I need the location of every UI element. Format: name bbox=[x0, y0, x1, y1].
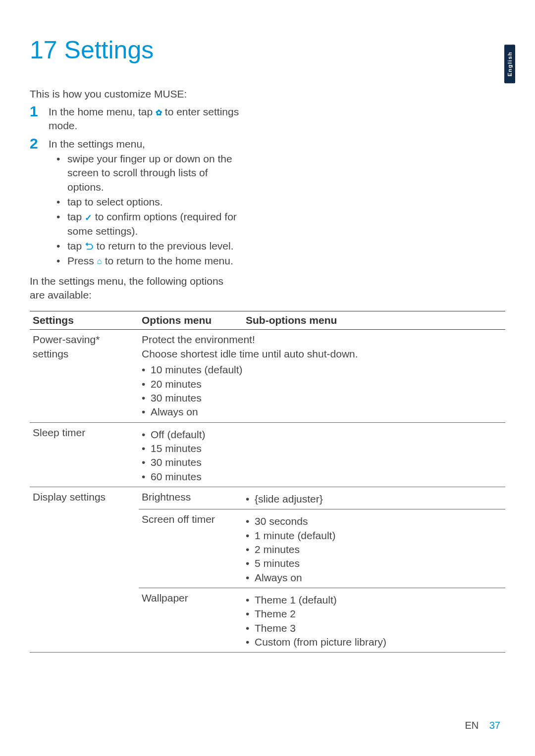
option-item: Off (default) bbox=[142, 428, 502, 442]
table-row: Display settings Brightness {slide adjus… bbox=[30, 487, 505, 509]
step-body: In the settings menu, swipe your finger … bbox=[49, 136, 247, 269]
suboptions-cell: {slide adjuster} bbox=[243, 487, 505, 509]
option-cell: Wallpaper bbox=[139, 588, 243, 652]
chapter-name: Settings bbox=[64, 36, 154, 64]
step-number: 2 bbox=[30, 136, 49, 151]
option-item: 30 minutes bbox=[142, 391, 502, 405]
bullet-post: to confirm options (required for some se… bbox=[67, 211, 237, 236]
step-text-pre: In the settings menu, bbox=[49, 138, 145, 150]
page-footer: EN 37 bbox=[465, 720, 500, 731]
suboption-list: Theme 1 (default) Theme 2 Theme 3 Custom… bbox=[246, 593, 502, 649]
setting-cell: Sleep timer bbox=[30, 422, 139, 487]
option-item: 10 minutes (default) bbox=[142, 363, 502, 377]
footer-page-number: 37 bbox=[489, 720, 500, 731]
option-item: 30 minutes bbox=[142, 455, 502, 469]
bullet: Press ⌂ to return to the home menu. bbox=[49, 254, 247, 268]
suboptions-cell: 30 seconds 1 minute (default) 2 minutes … bbox=[243, 509, 505, 588]
suboption-item: {slide adjuster} bbox=[246, 492, 502, 506]
option-item: 20 minutes bbox=[142, 377, 502, 391]
setting-cell: Power-saving* settings bbox=[30, 330, 139, 422]
back-icon: ⮌ bbox=[85, 241, 94, 252]
suboption-item: 2 minutes bbox=[246, 543, 502, 556]
option-cell: Screen off timer bbox=[139, 509, 243, 588]
table-row: Power-saving* settings Protect the envir… bbox=[30, 330, 505, 422]
suboption-item: Theme 1 (default) bbox=[246, 593, 502, 607]
option-list: Off (default) 15 minutes 30 minutes 60 m… bbox=[142, 428, 502, 484]
option-list: 10 minutes (default) 20 minutes 30 minut… bbox=[142, 363, 502, 419]
chapter-title: 17 Settings bbox=[30, 36, 505, 64]
suboption-item: 1 minute (default) bbox=[246, 529, 502, 543]
step-2: 2 In the settings menu, swipe your finge… bbox=[30, 136, 505, 269]
bullet: tap ⮌ to return to the previous level. bbox=[49, 239, 247, 253]
setting-cell: Display settings bbox=[30, 487, 139, 652]
home-icon: ⌂ bbox=[97, 256, 102, 267]
options-cell: Off (default) 15 minutes 30 minutes 60 m… bbox=[139, 422, 505, 487]
language-tab: English bbox=[504, 45, 515, 83]
suboption-item: Theme 3 bbox=[246, 621, 502, 635]
gear-icon: ✿ bbox=[156, 107, 162, 118]
option-intro: Protect the environment! bbox=[142, 333, 502, 347]
chapter-number: 17 bbox=[30, 36, 57, 64]
bullet-post: to return to the home menu. bbox=[102, 255, 233, 266]
table-header-row: Settings Options menu Sub-options menu bbox=[30, 311, 505, 330]
step-text-pre: In the home menu, tap bbox=[49, 106, 156, 117]
bullet-pre: tap bbox=[67, 211, 85, 222]
suboption-item: Custom (from picture library) bbox=[246, 635, 502, 649]
option-item: 15 minutes bbox=[142, 442, 502, 455]
intro-text: This is how you customize MUSE: bbox=[30, 88, 505, 100]
table-row: Sleep timer Off (default) 15 minutes 30 … bbox=[30, 422, 505, 487]
bullet-pre: tap bbox=[67, 240, 85, 252]
suboption-list: {slide adjuster} bbox=[246, 492, 502, 506]
option-item: Always on bbox=[142, 405, 502, 419]
option-intro: Choose shortest idle time until auto shu… bbox=[142, 347, 502, 361]
option-cell: Brightness bbox=[139, 487, 243, 509]
footer-lang: EN bbox=[465, 720, 479, 731]
step-bullets: swipe your finger up or down on the scre… bbox=[49, 152, 247, 268]
bullet-post: to return to the previous level. bbox=[94, 240, 234, 252]
bullet: tap to select options. bbox=[49, 195, 247, 209]
bullet-text: swipe your finger up or down on the scre… bbox=[67, 153, 232, 193]
step-1: 1 In the home menu, tap ✿ to enter setti… bbox=[30, 104, 505, 133]
options-cell: Protect the environment! Choose shortest… bbox=[139, 330, 505, 422]
step-number: 1 bbox=[30, 104, 49, 119]
suboption-list: 30 seconds 1 minute (default) 2 minutes … bbox=[246, 514, 502, 585]
col-settings-header: Settings bbox=[30, 311, 139, 330]
settings-table: Settings Options menu Sub-options menu P… bbox=[30, 311, 505, 653]
suboptions-cell: Theme 1 (default) Theme 2 Theme 3 Custom… bbox=[243, 588, 505, 652]
bullet-text: tap to select options. bbox=[67, 196, 163, 207]
suboption-item: 5 minutes bbox=[246, 556, 502, 570]
bullet: swipe your finger up or down on the scre… bbox=[49, 152, 247, 194]
step-body: In the home menu, tap ✿ to enter setting… bbox=[49, 104, 247, 133]
suboption-item: Always on bbox=[246, 571, 502, 585]
option-item: 60 minutes bbox=[142, 470, 502, 484]
suboption-item: Theme 2 bbox=[246, 607, 502, 621]
suboption-item: 30 seconds bbox=[246, 514, 502, 528]
page: English 17 Settings This is how you cust… bbox=[0, 0, 535, 756]
steps-list: 1 In the home menu, tap ✿ to enter setti… bbox=[30, 104, 505, 269]
bullet-pre: Press bbox=[67, 255, 97, 266]
check-icon: ✓ bbox=[85, 212, 92, 224]
bullet: tap ✓ to confirm options (required for s… bbox=[49, 210, 247, 238]
post-steps-text: In the settings menu, the following opti… bbox=[30, 274, 238, 302]
col-suboptions-header: Sub-options menu bbox=[243, 311, 505, 330]
col-options-header: Options menu bbox=[139, 311, 243, 330]
